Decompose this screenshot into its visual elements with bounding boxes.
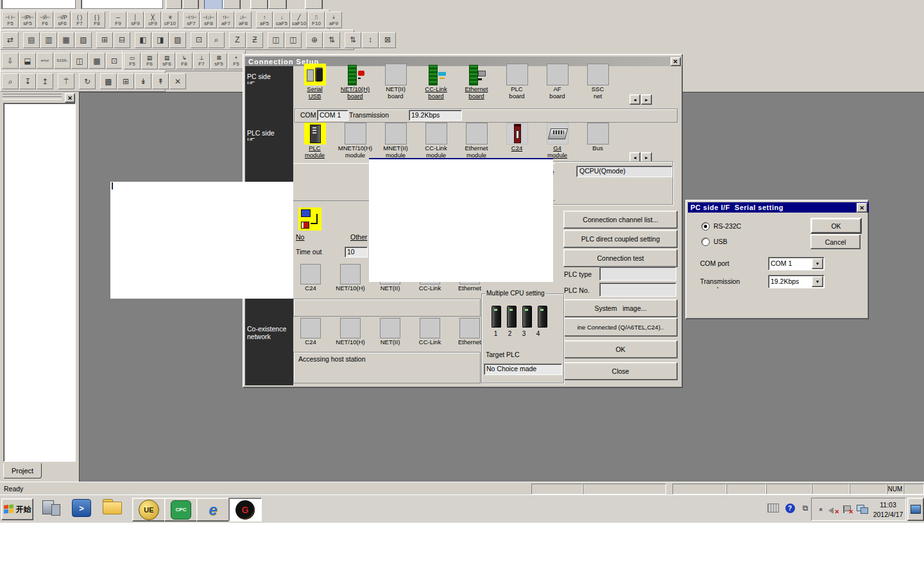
standard-tool-icon[interactable]: ◫: [285, 32, 302, 48]
com-port-select[interactable]: COM 1 ▼: [768, 257, 825, 270]
toolbar-button[interactable]: [268, 0, 287, 9]
find-tool-icon[interactable]: ✕: [169, 73, 186, 89]
other-station-other-label[interactable]: Other: [350, 233, 367, 241]
program-tool-icon[interactable]: ⬓: [19, 53, 36, 69]
dialog-titlebar[interactable]: PC side I/F Serial setting ✕: [688, 202, 869, 213]
window-stack-icon[interactable]: ⧉: [800, 503, 811, 513]
standard-tool-icon[interactable]: ⌕: [208, 32, 225, 48]
close-icon[interactable]: ✕: [65, 93, 75, 103]
toolbar-button[interactable]: [250, 0, 268, 9]
scroll-left-icon[interactable]: ◄: [629, 94, 640, 105]
connection-channel-list-button[interactable]: Connection channel list...: [563, 211, 678, 229]
cpu-tower-icon[interactable]: [507, 306, 517, 328]
ladder-tool-aF7[interactable]: ↑⊢aF7: [218, 12, 234, 28]
standard-tool-icon[interactable]: ◧: [135, 32, 151, 48]
coex-item-c24[interactable]: C24: [291, 318, 330, 346]
panel-drag-handle[interactable]: [3, 96, 62, 100]
clock[interactable]: 11:03 2012/4/17: [868, 500, 908, 520]
route-item-net10h[interactable]: NET/10(H): [330, 264, 370, 292]
timeout-value[interactable]: 10: [345, 247, 368, 258]
find-tool-icon[interactable]: ↡: [135, 73, 151, 89]
pc-if-item-netii[interactable]: NET(II)board: [375, 64, 416, 100]
help-icon[interactable]: ?: [784, 503, 796, 513]
find-tool-icon[interactable]: ↟: [152, 73, 169, 89]
cpu-tower-icon[interactable]: [538, 306, 547, 328]
ladder-tool-cF10[interactable]: ✳cF10: [162, 12, 178, 28]
ladder-tool-sF6[interactable]: ⊣/PsF6: [54, 12, 71, 28]
ladder-tool-aF8[interactable]: ↓⊢aF8: [235, 12, 252, 28]
no-other-station-icon[interactable]: [298, 207, 321, 231]
standard-tool-icon[interactable]: ▦: [58, 32, 74, 48]
standard-tool-icon[interactable]: ⊟: [114, 32, 130, 48]
plc-if-item-bus[interactable]: Bus: [578, 123, 618, 159]
plc-direct-coupled-button[interactable]: PLC direct coupled setting: [563, 230, 678, 248]
plc-if-item-cclink[interactable]: CC-Linkmodule: [416, 123, 456, 159]
pc-if-item-cclink[interactable]: CC-Linkboard: [416, 64, 456, 100]
find-tool-icon[interactable]: ↥: [37, 73, 53, 89]
standard-tool-icon[interactable]: Ƶ: [246, 32, 263, 48]
standard-tool-icon[interactable]: ▥: [40, 32, 57, 48]
toolbar-button[interactable]: [305, 0, 323, 9]
ok-button[interactable]: OK: [563, 340, 678, 358]
usb-radio[interactable]: [701, 238, 710, 246]
keyboard-icon[interactable]: [767, 503, 779, 513]
route-item-c24[interactable]: C24: [291, 264, 330, 292]
ladder-tool-aF9[interactable]: ⍭aF9: [325, 12, 342, 28]
standard-tool-icon[interactable]: ▧: [75, 32, 92, 48]
plc-if-item-ethernet[interactable]: Ethernetmodule: [456, 123, 497, 159]
standard-tool-icon[interactable]: ↕: [362, 32, 379, 48]
computer-icon[interactable]: [41, 499, 63, 520]
ladder-tool-F7[interactable]: ( )F7: [71, 12, 88, 28]
taskbar-button-ultraedit[interactable]: UE: [132, 498, 166, 521]
wiring-tool-sF5[interactable]: ⊠sF5: [210, 53, 227, 69]
standard-tool-icon[interactable]: Z: [229, 32, 246, 48]
standard-tool-icon[interactable]: ⊡: [191, 32, 207, 48]
wiring-tool-sF6[interactable]: ▤sF6: [158, 53, 175, 69]
ok-button[interactable]: OK: [810, 218, 862, 234]
wiring-tool-F7[interactable]: ⊥F7: [193, 53, 210, 69]
start-button[interactable]: 开始: [1, 498, 33, 520]
find-tool-icon[interactable]: ⌕: [2, 73, 19, 89]
standard-tool-icon[interactable]: ▤: [23, 32, 40, 48]
ladder-tool-sF8[interactable]: ⊣↓⊢sF8: [200, 12, 217, 28]
ladder-tool-cF9[interactable]: ╳cF9: [144, 12, 161, 28]
plc-if-item-plc[interactable]: PLCmodule: [295, 123, 335, 159]
standard-tool-icon[interactable]: ⊞: [96, 32, 113, 48]
cpu-tower-icon[interactable]: [492, 306, 501, 328]
ladder-tool-aF5[interactable]: ↑aF5: [256, 12, 273, 28]
rs232c-radio[interactable]: [701, 222, 710, 231]
wiring-tool-F5[interactable]: ▭F5: [124, 53, 141, 69]
pc-if-item-ethernet[interactable]: Ethernetboard: [456, 64, 497, 100]
program-tool-icon[interactable]: ⇩: [2, 53, 19, 69]
plc-if-item-g4[interactable]: G4module: [537, 123, 578, 159]
close-button[interactable]: Close: [563, 362, 678, 380]
system-image-button[interactable]: System image...: [563, 299, 678, 317]
find-tool-icon[interactable]: ↻: [79, 73, 96, 89]
program-tool-icon[interactable]: S1S9↓: [54, 53, 71, 69]
standard-tool-icon[interactable]: ⇄: [2, 32, 19, 48]
plc-if-item-mnet10h[interactable]: MNET/10(H)module: [335, 123, 375, 159]
ladder-tool-F8[interactable]: { }F8: [89, 12, 105, 28]
wiring-tool-F6[interactable]: ▤F6: [141, 53, 158, 69]
network-icon[interactable]: [857, 504, 868, 514]
toolbar-button[interactable]: [166, 0, 182, 9]
pc-if-item-net10h[interactable]: NET/10(H)board: [335, 64, 375, 100]
wiring-tool-F8[interactable]: ↳F8: [176, 53, 193, 69]
pc-if-item-serial[interactable]: SerialUSB: [295, 64, 335, 100]
project-tree[interactable]: [3, 103, 76, 462]
ladder-tool-sF7[interactable]: ⊣↑⊢sF7: [183, 12, 200, 28]
toolbar-dropdown[interactable]: [1, 0, 76, 9]
chevron-up-icon[interactable]: «: [816, 504, 827, 514]
find-tool-icon[interactable]: ⊞: [117, 73, 134, 89]
show-desktop-button[interactable]: [907, 498, 924, 521]
find-tool-icon[interactable]: ⍑: [58, 73, 74, 89]
flag-error-icon[interactable]: [841, 504, 853, 514]
transmission-select[interactable]: 19.2Kbps ▼: [768, 275, 825, 288]
connection-test-button[interactable]: Connection test: [563, 249, 678, 267]
ladder-tool-F5[interactable]: ⊣ ⊢F5: [2, 12, 19, 28]
standard-tool-icon[interactable]: ⇅: [323, 32, 340, 48]
program-tool-icon[interactable]: ▦: [89, 53, 105, 69]
ladder-tool-F9[interactable]: ─F9: [110, 12, 126, 28]
toolbar-button-pressed[interactable]: [204, 0, 223, 9]
pc-if-item-ssc[interactable]: SSCnet: [578, 64, 618, 100]
